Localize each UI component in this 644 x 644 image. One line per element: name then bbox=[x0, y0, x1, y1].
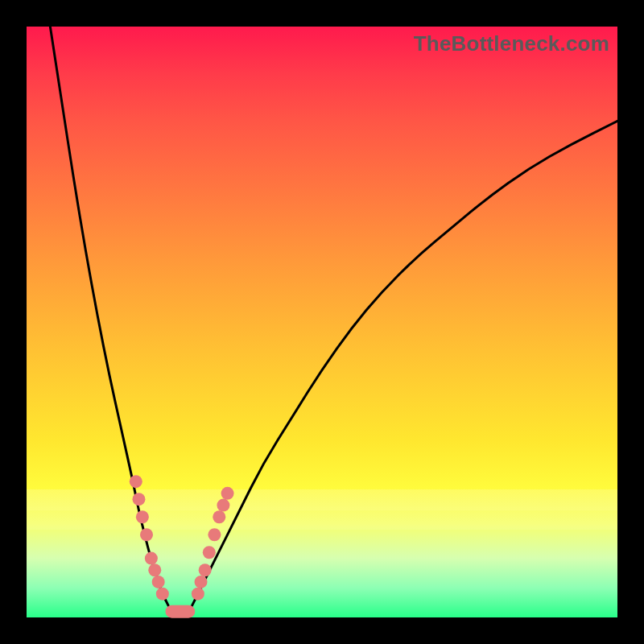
data-marker bbox=[156, 588, 169, 601]
chart-svg bbox=[27, 27, 617, 617]
data-marker bbox=[152, 576, 165, 588]
curve-right-branch bbox=[192, 121, 617, 605]
data-marker bbox=[199, 564, 212, 576]
data-marker bbox=[217, 499, 229, 512]
data-marker bbox=[221, 487, 234, 500]
markers-left bbox=[130, 475, 169, 600]
markers-right bbox=[192, 487, 234, 601]
data-marker bbox=[145, 552, 158, 565]
data-marker bbox=[213, 510, 225, 523]
data-marker bbox=[140, 528, 153, 541]
data-marker bbox=[136, 510, 149, 523]
chart-frame: TheBottleneck.com bbox=[0, 0, 644, 644]
curve-left-branch bbox=[50, 27, 168, 605]
data-marker bbox=[203, 546, 216, 559]
data-marker bbox=[192, 588, 204, 601]
data-marker bbox=[208, 528, 221, 541]
plot-area: TheBottleneck.com bbox=[27, 27, 617, 617]
data-marker bbox=[132, 493, 145, 506]
data-marker bbox=[130, 475, 142, 488]
data-marker bbox=[148, 564, 161, 576]
data-marker bbox=[195, 576, 208, 588]
valley-pill-marker bbox=[165, 605, 195, 618]
